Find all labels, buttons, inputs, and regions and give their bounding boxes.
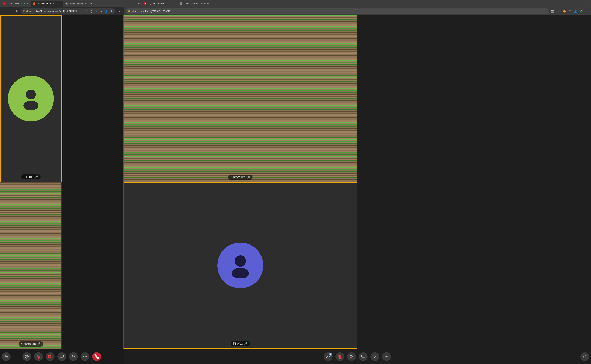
- participant-name: Firefox: [233, 342, 243, 345]
- chromium-participant-label-left: Chromium 🎤̶: [19, 341, 43, 347]
- hand-btn-l[interactable]: [69, 352, 78, 361]
- end-call-btn[interactable]: [92, 352, 101, 361]
- extensions-btn[interactable]: 🧩: [579, 9, 584, 13]
- download-btn[interactable]: ⬇: [109, 9, 113, 13]
- svg-rect-11: [60, 355, 63, 357]
- back-button[interactable]: ←: [2, 9, 7, 13]
- video-cell-chromium-stripe-left: Chromium 🎤̶: [0, 182, 62, 349]
- settings-favicon: ⚙: [180, 2, 182, 5]
- more-btn-l[interactable]: [81, 352, 89, 361]
- bookmark-btn[interactable]: ☆: [94, 9, 99, 13]
- chromium-forward[interactable]: →: [131, 1, 136, 6]
- chromium-reload[interactable]: ↻: [137, 1, 141, 6]
- url-text[interactable]: https://telemost.yandex.ru/j/22501021393…: [35, 10, 83, 12]
- svg-point-15: [83, 356, 84, 357]
- reload-button[interactable]: ↻: [14, 9, 20, 13]
- chromium-telemost-panel: Chromium 🎤̶ Firefox 🎤̶: [124, 15, 591, 349]
- firefox-toolbar: [0, 349, 124, 364]
- chromium-participant-label-right: Chromium 🎤̶: [228, 175, 253, 180]
- close-btn[interactable]: ✕: [584, 2, 588, 5]
- address-bar[interactable]: 🛡 🔒 ⇄ ⚠ https://telemost.yandex.ru/j/225…: [21, 8, 115, 14]
- customize-btn[interactable]: 🎨: [562, 9, 567, 13]
- add-user-btn-r[interactable]: 2: [324, 352, 333, 361]
- extra-left-btn[interactable]: [2, 352, 11, 361]
- split-btn[interactable]: ⊞: [567, 9, 572, 13]
- participant-name: Chromium: [231, 176, 245, 179]
- account-btn[interactable]: 👤: [104, 9, 108, 13]
- camera-btn-r[interactable]: [347, 352, 356, 361]
- tab-close-settings[interactable]: ✕: [210, 2, 212, 5]
- svg-point-33: [387, 356, 388, 357]
- chromium-browser: ← → ↻ Я Яндекс.Телемост ✕ ⚙ Settings - A…: [124, 0, 591, 15]
- url-text-chromium[interactable]: telemost.yandex.ru/j/22501021393825: [131, 10, 547, 13]
- svg-point-19: [327, 355, 328, 356]
- screen-share-btn-r[interactable]: [359, 352, 368, 361]
- firefox-nav-bar: ← → ↻ 🛡 🔒 ⇄ ⚠ https://telemost.yandex.ru…: [0, 7, 124, 15]
- tab-close-private[interactable]: ✕: [84, 2, 87, 5]
- settings-btn-l[interactable]: [22, 352, 31, 361]
- extra-right-btn[interactable]: [580, 352, 589, 361]
- svg-point-17: [86, 356, 87, 357]
- svg-rect-27: [361, 355, 365, 357]
- playing-icon: ▶: [24, 3, 25, 5]
- bookmark-btn-c[interactable]: ☆: [556, 9, 561, 13]
- chromium-tab-bar: ← → ↻ Я Яндекс.Телемост ✕ ⚙ Settings - A…: [124, 0, 591, 7]
- firefox-avatar-circle-r: [217, 243, 263, 288]
- firefox-tab-bar: Я Яндекс.Телемост ▶ ✕ 🦊 The Book of Mozi…: [0, 0, 124, 7]
- mute-btn-l[interactable]: [34, 352, 43, 361]
- firefox-browser: Я Яндекс.Телемост ▶ ✕ 🦊 The Book of Mozi…: [0, 0, 124, 15]
- cast-btn[interactable]: 📷: [551, 9, 555, 13]
- screen-share-stripe-right: [124, 15, 357, 182]
- chromium-toolbar: 2: [124, 349, 591, 364]
- svg-point-37: [584, 355, 586, 358]
- menu-button[interactable]: ≡: [117, 9, 122, 13]
- hand-btn-r[interactable]: [370, 352, 379, 361]
- tab-close-yandex[interactable]: ✕: [26, 2, 29, 5]
- person-silhouette-r: [229, 253, 252, 278]
- tab-book-mozilla[interactable]: 🦊 The Book of Mozilla, 6:27 ✕: [31, 1, 63, 6]
- firefox-participant-label-r: Firefox 🎤̶: [231, 341, 250, 346]
- tab-yandex-telemost[interactable]: Я Яндекс.Телемост ▶ ✕: [1, 1, 31, 6]
- tab-overflow-button[interactable]: ⌄: [94, 2, 98, 5]
- mute-icon-chromium-r: 🎤̶: [247, 176, 250, 179]
- firefox-avatar-circle: [8, 76, 54, 121]
- svg-point-4: [26, 356, 27, 357]
- svg-marker-14: [72, 355, 75, 358]
- translate-btn[interactable]: A̲: [89, 9, 94, 13]
- pocket-btn[interactable]: ◈: [99, 9, 103, 13]
- chromium-menu[interactable]: ⋮: [584, 9, 589, 13]
- firefox-telemost-panel: Firefox 🎤̶ Chromium 🎤̶: [0, 15, 124, 349]
- more-btn-r[interactable]: [382, 352, 391, 361]
- minimize-btn[interactable]: —: [573, 2, 578, 5]
- new-tab-chromium[interactable]: +: [215, 1, 220, 6]
- video-cell-firefox-avatar-r: Firefox 🎤̶: [124, 182, 357, 349]
- new-tab-button[interactable]: +: [89, 2, 93, 6]
- tab-close-book[interactable]: ✕: [59, 2, 61, 5]
- svg-point-2: [235, 255, 246, 267]
- window-controls: — □ ✕: [572, 2, 590, 5]
- svg-point-31: [384, 356, 385, 357]
- chromium-nav-extras: 📷 ☆ 🎨 ⊞ 👤 🧩 ⋮: [551, 9, 589, 13]
- tab-settings[interactable]: ⚙ Settings - About Chromium ✕: [178, 1, 214, 6]
- screenshot-btn[interactable]: ⊡: [84, 9, 89, 13]
- chromium-back[interactable]: ←: [125, 1, 130, 6]
- camera-btn-l[interactable]: [46, 352, 54, 361]
- tab-private[interactable]: 🕵 Private browsing ✕: [64, 1, 89, 6]
- svg-marker-30: [374, 355, 376, 358]
- maximize-btn[interactable]: □: [579, 2, 583, 5]
- mute-icon-firefox: 🎤̶: [34, 175, 38, 179]
- tab-chromium-yandex[interactable]: Я Яндекс.Телемост ✕: [142, 1, 178, 6]
- tab-close-yandex-r[interactable]: ✕: [166, 2, 168, 5]
- mute-btn-r[interactable]: [336, 352, 344, 361]
- video-cell-chromium-stripe-right: Chromium 🎤̶: [124, 15, 357, 182]
- svg-rect-26: [349, 355, 352, 358]
- profile-icon[interactable]: 👤: [573, 9, 578, 13]
- firefox-avatar-tile: [0, 16, 61, 182]
- private-favicon: 🕵: [66, 2, 68, 5]
- chromium-video-grid: Chromium 🎤̶ Firefox 🎤̶: [124, 15, 591, 349]
- forward-button[interactable]: →: [8, 9, 13, 13]
- chromium-address-bar[interactable]: 🔒 telemost.yandex.ru/j/22501021393825: [126, 8, 549, 14]
- tab-label: Яндекс.Телемост: [148, 2, 165, 5]
- screen-share-btn-l[interactable]: [57, 352, 66, 361]
- svg-point-32: [386, 356, 387, 357]
